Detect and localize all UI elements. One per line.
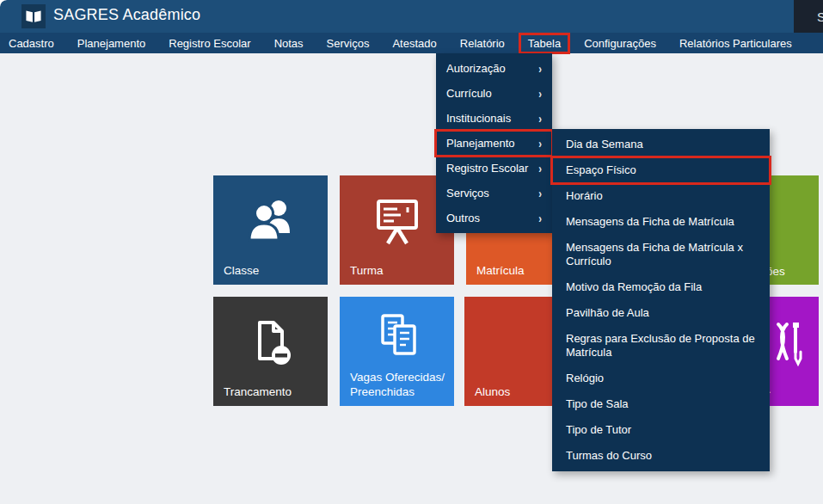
menu-item-registro-escolar[interactable]: Registro Escolar: [161, 34, 258, 52]
menu-item-notas[interactable]: Notas: [267, 34, 311, 52]
menu-item-planejamento[interactable]: Planejamento: [70, 34, 154, 52]
submenu-item-motivo-remocao-fila[interactable]: Motivo da Remoção da Fila: [552, 274, 770, 300]
dropdown-item-outros[interactable]: Outros ›: [436, 206, 552, 230]
app-title: SAGRES Acadêmico: [53, 6, 200, 24]
tile-label: Classe: [224, 263, 259, 278]
app-logo: [21, 4, 46, 28]
tile-label: Vagas Oferecidas/Preenchidas: [350, 370, 445, 399]
submenu-item-tipo-de-tutor[interactable]: Tipo de Tutor: [552, 417, 770, 443]
chevron-right-icon: ›: [538, 162, 542, 175]
dropdown-item-autorizacao[interactable]: Autorização ›: [436, 56, 552, 81]
menu-item-atestado[interactable]: Atestado: [384, 34, 444, 52]
dropdown-item-label: Institucionais: [446, 112, 511, 125]
tile-classe[interactable]: Classe: [213, 175, 328, 285]
document-minus-icon: [213, 316, 328, 371]
dropdown-item-label: Currículo: [446, 87, 492, 100]
chevron-right-icon: ›: [538, 212, 542, 224]
submenu-item-relogio[interactable]: Relógio: [552, 366, 770, 391]
submenu-item-dia-da-semana[interactable]: Dia da Semana: [552, 132, 770, 157]
submenu-item-tipo-de-sala[interactable]: Tipo de Sala: [552, 391, 770, 417]
dropdown-item-planejamento[interactable]: Planejamento ›: [436, 131, 552, 156]
planejamento-submenu: Dia da Semana Espaço Físico Horário Mens…: [552, 129, 770, 471]
dropdown-item-registro-escolar[interactable]: Registro Escolar ›: [436, 156, 552, 181]
menu-item-relatorio[interactable]: Relatório: [452, 34, 513, 52]
dropdown-item-institucionais[interactable]: Institucionais ›: [436, 106, 552, 131]
tile-trancamento[interactable]: Trancamento: [213, 297, 328, 406]
title-bar: SAGRES Acadêmico S: [0, 0, 823, 33]
documents-icon: [340, 310, 454, 362]
dropdown-item-label: Registro Escolar: [446, 162, 528, 175]
menu-item-tabela[interactable]: Tabela: [520, 34, 568, 52]
chevron-right-icon: ›: [538, 62, 542, 75]
submenu-item-pavilhao-de-aula[interactable]: Pavilhão de Aula: [552, 300, 770, 326]
dropdown-item-servicos[interactable]: Serviços ›: [436, 181, 552, 206]
menu-item-configuracoes[interactable]: Configurações: [576, 34, 664, 52]
chevron-right-icon: ›: [538, 112, 542, 125]
dropdown-item-label: Planejamento: [446, 137, 515, 150]
dropdown-item-label: Outros: [446, 212, 480, 224]
people-icon: [213, 194, 328, 248]
dropdown-item-curriculo[interactable]: Currículo ›: [436, 81, 552, 106]
menu-item-cadastro[interactable]: Cadastro: [1, 34, 62, 52]
chevron-right-icon: ›: [538, 87, 542, 100]
submenu-item-mensagens-ficha[interactable]: Mensagens da Ficha de Matrícula: [552, 209, 770, 235]
chevron-right-icon: ›: [538, 137, 542, 150]
dropdown-item-label: Autorização: [446, 62, 506, 75]
menu-item-servicos[interactable]: Serviços: [319, 34, 378, 52]
submenu-item-regras-exclusao-proposta[interactable]: Regras para Exclusão de Proposta de Matr…: [552, 326, 770, 366]
tabela-dropdown-menu: Autorização › Currículo › Institucionais…: [436, 53, 552, 233]
open-book-icon: [25, 9, 42, 24]
sagres-app-window: Classe Turma Matrícula ões: [0, 0, 823, 504]
main-menubar: Cadastro Planejamento Registro Escolar N…: [0, 33, 823, 53]
menu-item-relatorios-particulares[interactable]: Relatórios Particulares: [672, 34, 800, 52]
submenu-item-espaco-fisico[interactable]: Espaço Físico: [552, 157, 770, 183]
account-badge[interactable]: S: [794, 0, 823, 33]
submenu-item-turmas-do-curso[interactable]: Turmas do Curso: [552, 443, 770, 469]
tile-label: Matrícula: [476, 263, 525, 278]
tile-label: Turma: [350, 263, 384, 278]
chevron-right-icon: ›: [538, 187, 542, 200]
submenu-item-horario[interactable]: Horário: [552, 183, 770, 209]
tile-label: Trancamento: [224, 384, 292, 399]
tile-vagas[interactable]: Vagas Oferecidas/Preenchidas: [340, 297, 454, 406]
dropdown-item-label: Serviços: [446, 187, 489, 200]
submenu-item-mensagens-ficha-curriculo[interactable]: Mensagens da Ficha de Matrícula x Curríc…: [552, 235, 770, 274]
tile-label: Alunos: [475, 384, 510, 399]
